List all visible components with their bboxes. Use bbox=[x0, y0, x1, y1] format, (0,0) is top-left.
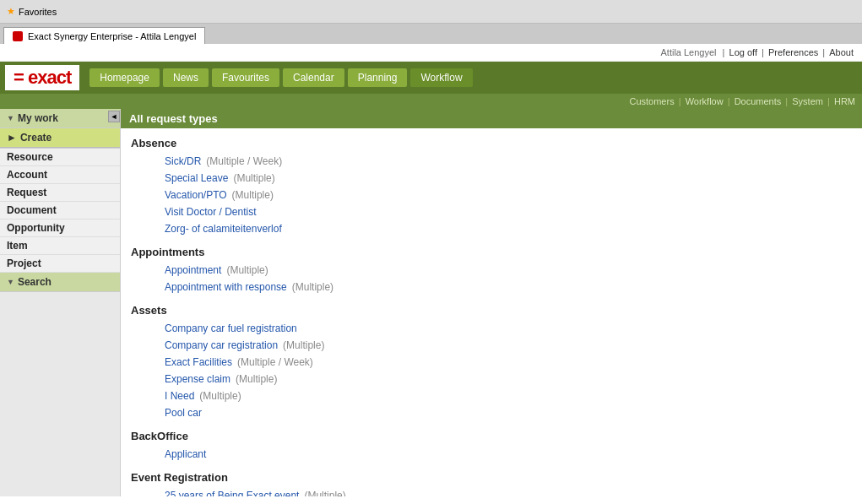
browser-bar: ★ Favorites bbox=[0, 0, 862, 24]
my-work-arrow: ▼ bbox=[7, 114, 14, 122]
search-label: Search bbox=[18, 276, 52, 288]
link-appointment[interactable]: Appointment bbox=[165, 264, 221, 276]
log-off-link[interactable]: Log off bbox=[729, 47, 757, 57]
nav-favourites[interactable]: Favourites bbox=[212, 68, 279, 87]
tag: (Multiple) bbox=[233, 172, 274, 184]
nav-news[interactable]: News bbox=[163, 68, 209, 87]
username: Attila Lengyel bbox=[660, 47, 716, 57]
sec-nav-workflow[interactable]: Workflow bbox=[686, 96, 724, 106]
sec-nav-customers[interactable]: Customers bbox=[629, 96, 674, 106]
list-item: Pool car bbox=[131, 404, 852, 421]
sidebar-item-resource[interactable]: Resource bbox=[0, 149, 120, 166]
list-item: Company car fuel registration bbox=[131, 320, 852, 337]
tag: (Multiple / Week) bbox=[206, 155, 282, 167]
sidebar-item-request[interactable]: Request bbox=[0, 184, 120, 202]
sec-nav-hrm[interactable]: HRM bbox=[834, 96, 855, 106]
sidebar-my-work-section: ▼ My work bbox=[0, 109, 120, 128]
logo: = exact bbox=[5, 65, 79, 90]
list-item: Applicant bbox=[131, 446, 852, 463]
content-title: All request types bbox=[121, 109, 862, 128]
sidebar-item-account[interactable]: Account bbox=[0, 166, 120, 184]
link-pool-car[interactable]: Pool car bbox=[165, 407, 202, 419]
list-item: 25 years of Being Exact event(Multiple) bbox=[131, 487, 852, 496]
list-item: Appointment(Multiple) bbox=[131, 262, 852, 279]
list-item: Zorg- of calamiteitenverlof bbox=[131, 220, 852, 237]
sidebar: ◄ ▼ My work ► Create Resource Account Re… bbox=[0, 109, 121, 496]
link-appointment-response[interactable]: Appointment with response bbox=[165, 281, 287, 293]
tag: (Multiple) bbox=[232, 189, 274, 201]
list-item: Special Leave(Multiple) bbox=[131, 170, 852, 187]
search-arrow: ▼ bbox=[7, 278, 14, 286]
sec-nav-documents[interactable]: Documents bbox=[735, 96, 782, 106]
link-doctor[interactable]: Visit Doctor / Dentist bbox=[165, 206, 256, 218]
tag: (Multiple) bbox=[236, 373, 277, 385]
link-zorg[interactable]: Zorg- of calamiteitenverlof bbox=[165, 223, 282, 235]
sep1: | bbox=[723, 47, 728, 57]
sep2: | bbox=[762, 47, 767, 57]
tab-label: Exact Synergy Enterprise - Attila Lengye… bbox=[28, 31, 196, 41]
section-absence: Absence bbox=[131, 137, 852, 149]
sidebar-toggle[interactable]: ◄ bbox=[108, 111, 120, 122]
secondary-nav: Customers | Workflow | Documents | Syste… bbox=[0, 94, 862, 109]
tag: (Multiple) bbox=[304, 490, 345, 496]
link-special-leave[interactable]: Special Leave bbox=[165, 172, 228, 184]
tab-icon bbox=[13, 31, 23, 41]
tab-bar: Exact Synergy Enterprise - Attila Lengye… bbox=[0, 24, 862, 44]
sidebar-item-project[interactable]: Project bbox=[0, 255, 120, 273]
tag: (Multiple) bbox=[292, 281, 333, 293]
nav-workflow[interactable]: Workflow bbox=[410, 68, 472, 87]
content-area: All request types Absence Sick/DR(Multip… bbox=[121, 109, 862, 496]
user-bar: Attila Lengyel | Log off | Preferences |… bbox=[0, 44, 862, 62]
favorites-star: ★ bbox=[7, 6, 15, 17]
sidebar-create-header[interactable]: ► Create bbox=[0, 128, 120, 148]
link-expense-claim[interactable]: Expense claim bbox=[165, 373, 230, 385]
section-event-reg: Event Registration bbox=[131, 471, 852, 484]
sec-nav-system[interactable]: System bbox=[792, 96, 823, 106]
section-assets: Assets bbox=[131, 304, 852, 317]
link-car-fuel[interactable]: Company car fuel registration bbox=[165, 322, 297, 334]
nav-calendar[interactable]: Calendar bbox=[283, 68, 344, 87]
main-nav: = exact Homepage News Favourites Calenda… bbox=[0, 62, 862, 94]
tag: (Multiple / Week) bbox=[237, 356, 313, 368]
nav-homepage[interactable]: Homepage bbox=[89, 68, 160, 87]
link-vacation[interactable]: Vacation/PTO bbox=[165, 189, 227, 201]
about-link[interactable]: About bbox=[829, 47, 854, 57]
list-item: I Need(Multiple) bbox=[131, 387, 852, 404]
link-exact-facilities[interactable]: Exact Facilities bbox=[165, 356, 232, 368]
sidebar-item-item[interactable]: Item bbox=[0, 237, 120, 255]
my-work-label: My work bbox=[18, 112, 58, 124]
section-backoffice: BackOffice bbox=[131, 430, 852, 442]
sidebar-item-opportunity[interactable]: Opportunity bbox=[0, 219, 120, 237]
sidebar-my-work-header[interactable]: ▼ My work bbox=[0, 109, 120, 127]
list-item: Vacation/PTO(Multiple) bbox=[131, 187, 852, 203]
tag: (Multiple) bbox=[199, 390, 241, 402]
list-item: Appointment with response(Multiple) bbox=[131, 279, 852, 295]
browser-tab[interactable]: Exact Synergy Enterprise - Attila Lengye… bbox=[3, 27, 205, 44]
sidebar-item-document[interactable]: Document bbox=[0, 202, 120, 219]
create-label: Create bbox=[20, 132, 52, 144]
sidebar-search-header[interactable]: ▼ Search bbox=[0, 273, 120, 291]
tag: (Multiple) bbox=[283, 339, 324, 351]
list-item: Exact Facilities(Multiple / Week) bbox=[131, 354, 852, 371]
list-item: Company car registration(Multiple) bbox=[131, 337, 852, 354]
link-applicant[interactable]: Applicant bbox=[165, 448, 206, 460]
favorites-label: Favorites bbox=[19, 7, 57, 17]
nav-planning[interactable]: Planning bbox=[348, 68, 408, 87]
list-item: Expense claim(Multiple) bbox=[131, 371, 852, 387]
list-item: Sick/DR(Multiple / Week) bbox=[131, 153, 852, 170]
main-layout: ◄ ▼ My work ► Create Resource Account Re… bbox=[0, 109, 862, 496]
link-sick-dr[interactable]: Sick/DR bbox=[165, 155, 201, 167]
sep3: | bbox=[822, 47, 827, 57]
link-25years[interactable]: 25 years of Being Exact event bbox=[165, 490, 299, 496]
sidebar-create-section: ► Create bbox=[0, 128, 120, 149]
link-i-need[interactable]: I Need bbox=[165, 390, 194, 402]
section-appointments: Appointments bbox=[131, 246, 852, 258]
create-arrow: ► bbox=[7, 132, 17, 144]
list-item: Visit Doctor / Dentist bbox=[131, 203, 852, 220]
tag: (Multiple) bbox=[226, 264, 268, 276]
preferences-link[interactable]: Preferences bbox=[768, 47, 818, 57]
sidebar-search-section: ▼ Search bbox=[0, 273, 120, 292]
link-car-reg[interactable]: Company car registration bbox=[165, 339, 278, 351]
